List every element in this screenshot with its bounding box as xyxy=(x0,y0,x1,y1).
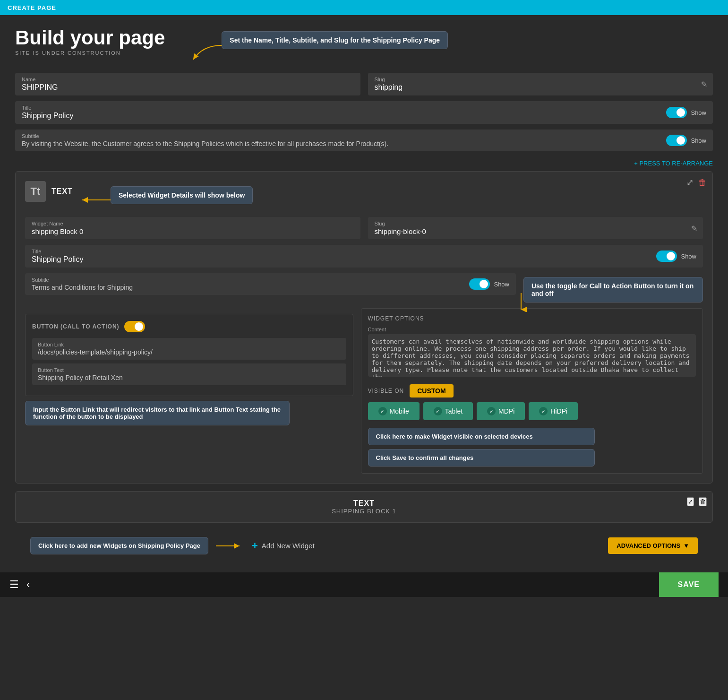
mobile-device-btn[interactable]: ✓ Mobile xyxy=(368,402,420,420)
widget-1-expand-btn[interactable]: ⤢ xyxy=(687,497,694,506)
widget-title-value: Shipping Policy xyxy=(32,255,656,264)
widget-title-toggle[interactable] xyxy=(656,251,677,262)
rearrange-label[interactable]: + PRESS TO RE-ARRANGE xyxy=(634,160,713,167)
widget-1-sub: SHIPPING BLOCK 1 xyxy=(332,508,396,515)
bottom-bar: Click here to add new Widgets on Shippin… xyxy=(15,530,713,561)
widget-0-delete-btn[interactable]: 🗑 xyxy=(698,177,707,188)
title-label: Title xyxy=(22,105,666,111)
name-field[interactable]: Name SHIPPING xyxy=(15,73,360,95)
add-widget-arrow xyxy=(216,541,244,551)
button-link-label: Button Link xyxy=(38,342,341,347)
visible-on-label: VISIBLE ON xyxy=(368,388,404,394)
title-field[interactable]: Title Shipping Policy Show xyxy=(15,101,713,124)
cta-section: BUTTON (CALL TO ACTION) Button Link /doc… xyxy=(25,314,353,396)
widget-subtitle-show-label: Show xyxy=(494,281,509,288)
mdpi-device-btn[interactable]: ✓ MDPi xyxy=(477,402,525,420)
widget-right: WIDGET OPTIONS Content VISIBLE ON CUSTOM… xyxy=(361,308,703,474)
widget-name-label: Widget Name xyxy=(32,221,354,226)
name-value: SHIPPING xyxy=(22,83,354,92)
widget-1-title: TEXT xyxy=(353,499,375,508)
widget-name-slug-row: Widget Name shipping Block 0 Slug shippi… xyxy=(25,217,703,239)
widget-slug-label: Slug xyxy=(375,221,697,226)
cta-callout-arrow xyxy=(514,293,528,312)
widget-subtitle-toggle[interactable] xyxy=(469,278,490,290)
top-bar: CREATE PAGE xyxy=(0,0,728,15)
subtitle-label: Subtitle xyxy=(22,133,666,139)
custom-button[interactable]: CUSTOM xyxy=(410,384,453,398)
widget-0-actions: ⤢ 🗑 xyxy=(686,177,707,188)
widget-options-title: WIDGET OPTIONS xyxy=(368,315,696,322)
button-text-group[interactable]: Button Text Shipping Policy of Retail Xe… xyxy=(32,363,346,385)
widget-name-field[interactable]: Widget Name shipping Block 0 xyxy=(25,217,360,239)
add-widget-btn[interactable]: + Add New Widget xyxy=(252,540,315,552)
widget-left: BUTTON (CALL TO ACTION) Button Link /doc… xyxy=(25,308,353,474)
widget-subtitle-label: Subtitle xyxy=(32,277,469,283)
button-text-value: Shipping Policy of Retail Xen xyxy=(38,374,341,381)
tablet-device-btn[interactable]: ✓ Tablet xyxy=(423,402,473,420)
main-content: Build your page SITE IS UNDER CONSTRUCTI… xyxy=(0,15,728,572)
hidpi-check-icon: ✓ xyxy=(539,407,548,415)
top-bar-label: CREATE PAGE xyxy=(8,4,56,11)
widget-1-actions: ⤢ 🗑 xyxy=(687,497,707,506)
callout-arrow xyxy=(174,36,226,64)
hamburger-icon[interactable]: ☰ xyxy=(9,579,19,591)
subtitle-toggle-wrap: Show xyxy=(666,135,706,146)
add-widget-label: Add New Widget xyxy=(262,542,315,550)
back-arrow-icon[interactable]: ‹ xyxy=(26,579,30,591)
plus-icon: + xyxy=(252,540,258,552)
page-setup-callout: Set the Name, Title, Subtitle, and Slug … xyxy=(222,31,448,49)
name-slug-row: Name SHIPPING Slug shipping ✎ xyxy=(15,73,713,95)
slug-label: Slug xyxy=(375,77,707,82)
name-label: Name xyxy=(22,77,354,82)
widget-slug-value: shipping-block-0 xyxy=(375,227,697,235)
widget-subtitle-field[interactable]: Subtitle Terms and Conditions for Shippi… xyxy=(25,273,516,295)
visible-on-row: VISIBLE ON CUSTOM xyxy=(368,384,696,398)
widget-subtitle-toggle-wrap: Show xyxy=(469,278,509,290)
button-hint-callout: Input the Button Link that will redirect… xyxy=(25,401,290,425)
widget-type-icon: Tt xyxy=(25,181,46,202)
advanced-btn-wrap: ADVANCED OPTIONS ▼ xyxy=(608,537,698,554)
slug-edit-icon[interactable]: ✎ xyxy=(701,80,707,89)
save-hint-callout: Click Save to confirm all changes xyxy=(368,449,595,467)
button-link-group[interactable]: Button Link /docs/policies-template/ship… xyxy=(32,338,346,360)
advanced-options-btn[interactable]: ADVANCED OPTIONS ▼ xyxy=(608,537,698,554)
title-show-label: Show xyxy=(691,109,706,116)
slug-field[interactable]: Slug shipping ✎ xyxy=(368,73,713,95)
content-textarea[interactable] xyxy=(368,334,696,377)
advanced-options-chevron: ▼ xyxy=(683,542,689,549)
widget-details-callout: Selected Widget Details will show below xyxy=(111,186,253,204)
widget-1-card: ⤢ 🗑 TEXT SHIPPING BLOCK 1 xyxy=(15,491,713,523)
footer-nav: ☰ ‹ SAVE xyxy=(0,572,728,597)
content-label: Content xyxy=(368,327,696,332)
widget-title-show-label: Show xyxy=(681,253,696,260)
widget-title-toggle-wrap: Show xyxy=(656,251,696,262)
title-toggle-wrap: Show xyxy=(666,107,706,118)
widget-0-expand-btn[interactable]: ⤢ xyxy=(686,177,694,188)
widget-slug-field[interactable]: Slug shipping-block-0 ✎ xyxy=(368,217,703,239)
mdpi-check-icon: ✓ xyxy=(487,407,496,415)
cta-toggle[interactable] xyxy=(124,321,145,332)
visible-on-hint-callout: Click here to make Widget visible on sel… xyxy=(368,428,595,445)
widget-type-label: TEXT xyxy=(51,187,73,196)
button-text-label: Button Text xyxy=(38,367,341,373)
title-value: Shipping Policy xyxy=(22,112,666,120)
cta-callout: Use the toggle for Call to Action Button… xyxy=(523,277,703,302)
save-button[interactable]: SAVE xyxy=(659,572,719,597)
mobile-check-icon: ✓ xyxy=(378,407,387,415)
widget-0-header: Tt TEXT xyxy=(25,181,73,202)
widget-slug-edit-icon[interactable]: ✎ xyxy=(691,224,697,233)
widget-1-delete-btn[interactable]: 🗑 xyxy=(699,497,707,506)
add-widget-hint-callout: Click here to add new Widgets on Shippin… xyxy=(30,537,208,554)
subtitle-toggle[interactable] xyxy=(666,135,687,146)
device-buttons: ✓ Mobile ✓ Tablet ✓ MDPi ✓ HiDPi xyxy=(368,402,696,420)
title-toggle[interactable] xyxy=(666,107,687,118)
hidpi-device-btn[interactable]: ✓ HiDPi xyxy=(529,402,578,420)
tablet-check-icon: ✓ xyxy=(434,407,442,415)
subtitle-field[interactable]: Subtitle By visiting the Website, the Cu… xyxy=(15,130,713,151)
footer-nav-left: ☰ ‹ xyxy=(9,579,30,591)
rearrange-section: + PRESS TO RE-ARRANGE xyxy=(15,159,713,167)
widget-body-cols: BUTTON (CALL TO ACTION) Button Link /doc… xyxy=(25,308,703,474)
widget-title-field[interactable]: Title Shipping Policy Show xyxy=(25,245,703,268)
page-title: Build your page xyxy=(15,26,165,49)
widget-title-label: Title xyxy=(32,249,656,254)
